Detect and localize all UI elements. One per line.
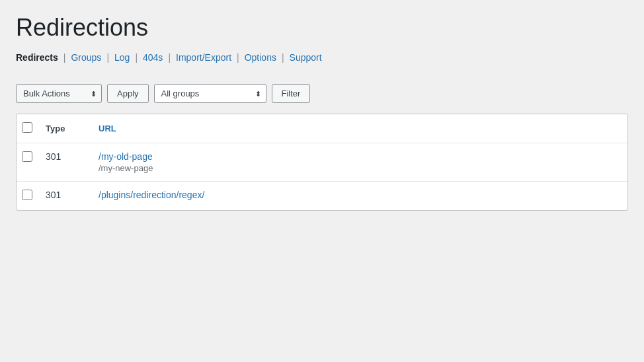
- row-2-url: /plugins/redirection/regex/: [91, 182, 627, 211]
- nav-sep-2: |: [106, 52, 109, 63]
- select-all-checkbox[interactable]: [22, 122, 32, 133]
- toolbar: Bulk Actions Apply All groups Filter: [16, 79, 628, 108]
- row-2-type: 301: [38, 182, 91, 211]
- nav-sep-3: |: [135, 52, 138, 63]
- row-2-checkbox[interactable]: [22, 190, 32, 200]
- row-1-type: 301: [38, 143, 91, 182]
- tab-support[interactable]: Support: [290, 52, 322, 63]
- type-header: Type: [38, 114, 91, 143]
- tab-options[interactable]: Options: [245, 52, 276, 63]
- page-title: Redirections: [16, 13, 628, 42]
- nav-sep-1: |: [63, 52, 66, 63]
- row-1-target-url: /my-new-page: [99, 163, 620, 173]
- redirects-table: Type URL 301 /my-old-page /my-new-page: [17, 114, 627, 210]
- groups-select-wrapper: All groups: [154, 84, 266, 103]
- row-2-checkbox-cell: [17, 182, 38, 211]
- row-1-source-url[interactable]: /my-old-page: [99, 151, 620, 162]
- url-header[interactable]: URL: [91, 114, 627, 143]
- groups-select[interactable]: All groups: [154, 84, 266, 103]
- bulk-actions-select[interactable]: Bulk Actions: [16, 84, 102, 103]
- row-2-source-url[interactable]: /plugins/redirection/regex/: [99, 190, 620, 200]
- table-row: 301 /plugins/redirection/regex/: [17, 182, 627, 211]
- apply-button[interactable]: Apply: [107, 84, 149, 103]
- select-all-header: [17, 114, 38, 143]
- row-1-checkbox[interactable]: [22, 151, 32, 162]
- nav-tabs: Redirects | Groups | Log | 404s | Import…: [16, 52, 628, 63]
- bulk-actions-wrapper: Bulk Actions: [16, 84, 102, 103]
- tab-log[interactable]: Log: [114, 52, 130, 63]
- nav-sep-5: |: [237, 52, 239, 63]
- row-1-url: /my-old-page /my-new-page: [91, 143, 627, 182]
- filter-button[interactable]: Filter: [272, 84, 311, 103]
- row-1-checkbox-cell: [17, 143, 38, 182]
- nav-sep-6: |: [282, 52, 284, 63]
- tab-import-export[interactable]: Import/Export: [176, 52, 231, 63]
- tab-404s[interactable]: 404s: [143, 52, 163, 63]
- tab-redirects[interactable]: Redirects: [16, 52, 58, 63]
- tab-groups[interactable]: Groups: [71, 52, 101, 63]
- redirects-table-container: Type URL 301 /my-old-page /my-new-page: [16, 114, 628, 211]
- nav-sep-4: |: [168, 52, 171, 63]
- table-row: 301 /my-old-page /my-new-page: [17, 143, 627, 182]
